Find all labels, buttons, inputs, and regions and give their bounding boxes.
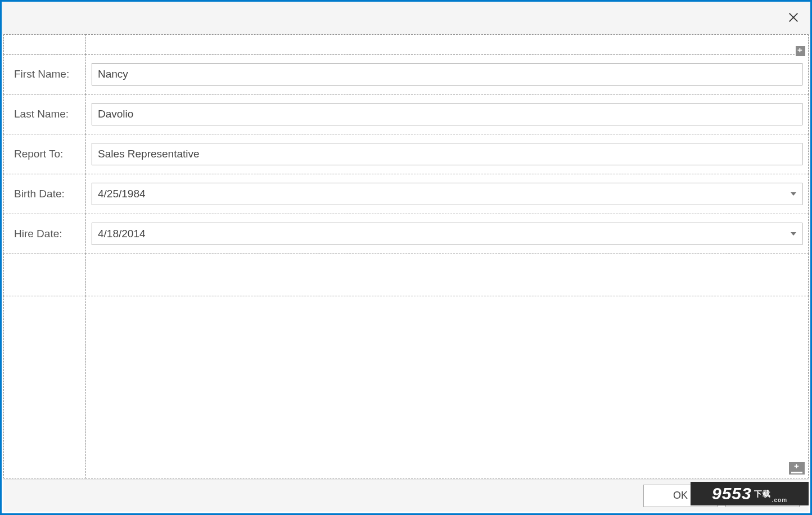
ok-button-label: OK: [673, 490, 688, 502]
close-icon: [787, 11, 800, 24]
designer-spacer-row: [3, 254, 809, 296]
designer-top-row: [3, 34, 809, 55]
add-row-handle[interactable]: [789, 462, 805, 475]
add-column-handle[interactable]: [796, 46, 808, 56]
hire-date-value: 4/18/2014: [98, 228, 146, 240]
cell-report-to: Sales Representative: [85, 134, 809, 174]
cell-first-name: Nancy: [85, 54, 809, 94]
report-to-input[interactable]: Sales Representative: [92, 143, 802, 165]
watermark-badge: 9553 下载 .com: [691, 482, 809, 505]
report-to-value: Sales Representative: [98, 148, 200, 160]
cell-last-name: Davolio: [85, 94, 809, 134]
designer-cell: [85, 34, 809, 55]
row-first-name: First Name: Nancy: [3, 54, 809, 94]
chevron-down-icon: [791, 192, 796, 196]
designer-fill-area: [3, 296, 809, 478]
label-first-name: First Name:: [3, 54, 86, 94]
birth-date-picker[interactable]: 4/25/1984: [92, 183, 802, 205]
row-report-to: Report To: Sales Representative: [3, 134, 809, 174]
last-name-input[interactable]: Davolio: [92, 103, 802, 125]
designer-cell: [3, 296, 86, 478]
watermark-sub: .com: [772, 498, 787, 505]
watermark-text: 9553: [712, 484, 752, 503]
last-name-value: Davolio: [98, 108, 133, 120]
titlebar: [2, 2, 810, 34]
label-birth-date: Birth Date:: [3, 174, 86, 214]
row-last-name: Last Name: Davolio: [3, 94, 809, 134]
dialog-window: First Name: Nancy Last Name: Davolio Rep…: [0, 0, 812, 515]
designer-cell: [85, 296, 809, 478]
watermark-suffix: 下载: [754, 484, 771, 503]
form-designer: First Name: Nancy Last Name: Davolio Rep…: [3, 34, 809, 478]
dialog-footer: OK Cancel: [3, 479, 809, 512]
row-birth-date: Birth Date: 4/25/1984: [3, 174, 809, 214]
label-report-to: Report To:: [3, 134, 86, 174]
cell-hire-date: 4/18/2014: [85, 214, 809, 254]
cell-birth-date: 4/25/1984: [85, 174, 809, 214]
chevron-down-icon: [791, 232, 796, 236]
first-name-input[interactable]: Nancy: [92, 63, 802, 85]
label-last-name: Last Name:: [3, 94, 86, 134]
birth-date-value: 4/25/1984: [98, 188, 146, 200]
row-hire-date: Hire Date: 4/18/2014: [3, 214, 809, 254]
hire-date-picker[interactable]: 4/18/2014: [92, 223, 802, 245]
designer-cell: [3, 254, 86, 296]
label-hire-date: Hire Date:: [3, 214, 86, 254]
first-name-value: Nancy: [98, 68, 128, 80]
close-button[interactable]: [783, 7, 804, 28]
designer-cell: [85, 254, 809, 296]
designer-cell: [3, 34, 86, 55]
